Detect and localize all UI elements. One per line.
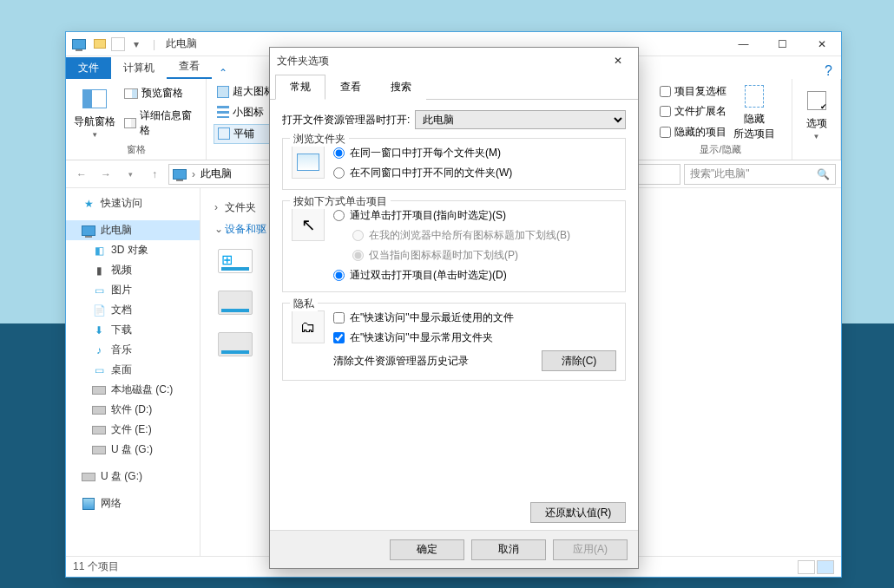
tab-general[interactable]: 常规 bbox=[275, 75, 325, 100]
radio-single-click[interactable]: 通过单击打开项目(指向时选定)(S) bbox=[333, 208, 616, 223]
preview-pane-icon bbox=[124, 88, 138, 99]
sidebar-item[interactable]: U 盘 (G:) bbox=[66, 440, 200, 460]
hidden-items-toggle[interactable]: 隐藏的项目 bbox=[656, 123, 730, 141]
click-icon: ↖ bbox=[292, 208, 325, 241]
help-icon[interactable]: ? bbox=[816, 63, 841, 79]
extra-large-icon bbox=[217, 86, 229, 98]
close-button[interactable]: ✕ bbox=[802, 32, 841, 56]
desktop-icon: ▭ bbox=[92, 363, 106, 377]
star-icon: ★ bbox=[82, 197, 95, 211]
hdd-icon bbox=[92, 383, 106, 397]
forward-button[interactable]: → bbox=[95, 164, 116, 185]
radio-double-click[interactable]: 通过双击打开项目(单击时选定)(D) bbox=[333, 268, 616, 283]
back-button[interactable]: ← bbox=[71, 164, 92, 185]
radio-same-window[interactable]: 在同一窗口中打开每个文件夹(M) bbox=[333, 146, 616, 160]
open-explorer-select[interactable]: 此电脑 bbox=[415, 110, 626, 129]
hdd-icon bbox=[92, 403, 106, 417]
group-label-panes: 窗格 bbox=[73, 141, 199, 156]
group-label-showhide: 显示/隐藏 bbox=[656, 141, 785, 156]
checkbox-frequent-folders[interactable]: 在"快速访问"中显示常用文件夹 bbox=[333, 330, 616, 345]
qat-item[interactable] bbox=[90, 35, 109, 54]
view-small-icons-button[interactable]: 小图标 bbox=[214, 103, 278, 121]
music-icon: ♪ bbox=[92, 343, 106, 357]
view-tiles-button[interactable]: 平铺 bbox=[214, 124, 278, 144]
drive-icon: ⊞ bbox=[218, 249, 253, 273]
chevron-right-icon: › bbox=[214, 201, 225, 213]
qat-item[interactable] bbox=[111, 37, 125, 51]
view-extra-large-button[interactable]: 超大图标 bbox=[214, 82, 278, 101]
tab-view[interactable]: 查看 bbox=[167, 56, 212, 79]
sidebar-item[interactable]: 本地磁盘 (C:) bbox=[66, 380, 200, 400]
sidebar-item[interactable]: ◧3D 对象 bbox=[66, 240, 200, 260]
sidebar-item-network[interactable]: 网络 bbox=[66, 493, 200, 513]
clear-button[interactable]: 清除(C) bbox=[542, 350, 616, 371]
window-title: 此电脑 bbox=[166, 36, 197, 51]
history-dropdown[interactable]: ▾ bbox=[120, 164, 141, 185]
sidebar-item[interactable]: 文件 (E:) bbox=[66, 420, 200, 440]
cancel-button[interactable]: 取消 bbox=[471, 539, 546, 560]
minimize-button[interactable]: — bbox=[724, 32, 763, 56]
maximize-button[interactable]: ☐ bbox=[763, 32, 802, 56]
item-checkboxes-toggle[interactable]: 项目复选框 bbox=[656, 82, 730, 101]
sidebar-item-quick-access[interactable]: ★快速访问 bbox=[66, 193, 200, 213]
pictures-icon: ▭ bbox=[92, 284, 106, 297]
breadcrumb-segment[interactable]: 此电脑 bbox=[200, 167, 232, 181]
documents-icon: 📄 bbox=[92, 304, 106, 317]
cube-icon: ◧ bbox=[92, 244, 106, 258]
nav-sidebar: ★快速访问 此电脑 ◧3D 对象 ▮视频 ▭图片 📄文档 ⬇下载 ♪音乐 ▭桌面… bbox=[66, 188, 200, 556]
quick-access-toolbar: ▾ bbox=[66, 35, 149, 54]
sidebar-item[interactable]: 📄文档 bbox=[66, 300, 200, 320]
chevron-down-icon: ▼ bbox=[813, 133, 820, 140]
checkbox-recent-files[interactable]: 在"快速访问"中显示最近使用的文件 bbox=[333, 310, 616, 325]
details-pane-button[interactable]: 详细信息窗格 bbox=[121, 107, 199, 140]
dialog-body: 打开文件资源管理器时打开: 此电脑 浏览文件夹 在同一窗口中打开每个文件夹(M)… bbox=[270, 100, 638, 502]
radio-new-window[interactable]: 在不同窗口中打开不同的文件夹(W) bbox=[333, 166, 616, 180]
sidebar-item[interactable]: ▮视频 bbox=[66, 260, 200, 280]
view-mode-icons bbox=[798, 560, 834, 574]
clear-history-label: 清除文件资源管理器历史记录 bbox=[333, 354, 469, 369]
details-view-icon[interactable] bbox=[798, 560, 815, 574]
sidebar-item[interactable]: ⬇下载 bbox=[66, 320, 200, 340]
preview-pane-button[interactable]: 预览窗格 bbox=[121, 84, 199, 102]
file-ext-toggle[interactable]: 文件扩展名 bbox=[656, 102, 730, 121]
hide-selected-button[interactable]: 隐藏 所选项目 bbox=[733, 82, 775, 141]
sidebar-item[interactable]: ♪音乐 bbox=[66, 340, 200, 360]
sidebar-item[interactable]: ▭桌面 bbox=[66, 360, 200, 380]
search-icon[interactable]: 🔍 bbox=[817, 168, 830, 180]
tab-view[interactable]: 查看 bbox=[325, 75, 376, 100]
ribbon-collapse-icon[interactable]: ⌃ bbox=[212, 67, 234, 79]
tab-computer[interactable]: 计算机 bbox=[111, 57, 167, 79]
nav-pane-button[interactable]: 导航窗格 ▼ bbox=[73, 82, 117, 141]
restore-defaults-button[interactable]: 还原默认值(R) bbox=[530, 502, 626, 523]
pc-icon bbox=[69, 35, 89, 54]
item-count: 11 个项目 bbox=[73, 559, 119, 574]
drive-icon bbox=[218, 332, 253, 356]
options-button[interactable]: ✔ 选项 ▼ bbox=[799, 82, 833, 144]
options-icon: ✔ bbox=[803, 87, 831, 114]
search-placeholder: 搜索"此电脑" bbox=[690, 167, 750, 181]
tiles-icon bbox=[218, 127, 230, 140]
hdd-icon bbox=[92, 423, 106, 437]
nav-pane-label: 导航窗格 bbox=[74, 114, 115, 129]
sidebar-item[interactable]: 软件 (D:) bbox=[66, 400, 200, 420]
apply-button[interactable]: 应用(A) bbox=[553, 539, 628, 560]
qat-dropdown-icon[interactable]: ▾ bbox=[127, 35, 146, 54]
pc-icon bbox=[82, 224, 95, 238]
ok-button[interactable]: 确定 bbox=[390, 539, 464, 560]
tab-file[interactable]: 文件 bbox=[66, 57, 111, 79]
sidebar-item-u-disk[interactable]: U 盘 (G:) bbox=[66, 467, 200, 487]
group-title: 浏览文件夹 bbox=[290, 132, 349, 147]
pc-icon bbox=[173, 169, 187, 180]
up-button[interactable]: ↑ bbox=[144, 164, 165, 185]
tab-search[interactable]: 搜索 bbox=[376, 75, 426, 100]
dialog-close-button[interactable]: ✕ bbox=[605, 49, 631, 73]
downloads-icon: ⬇ bbox=[92, 323, 106, 337]
chevron-down-icon: ⌄ bbox=[214, 223, 225, 235]
sidebar-item[interactable]: ▭图片 bbox=[66, 280, 200, 300]
usb-icon bbox=[92, 443, 106, 457]
sidebar-item-this-pc[interactable]: 此电脑 bbox=[66, 220, 200, 240]
search-input[interactable]: 搜索"此电脑" 🔍 bbox=[684, 164, 836, 185]
large-icons-view-icon[interactable] bbox=[817, 560, 834, 574]
radio-underline-point: 仅当指向图标标题时加下划线(P) bbox=[352, 248, 616, 263]
browse-icon bbox=[292, 146, 325, 179]
